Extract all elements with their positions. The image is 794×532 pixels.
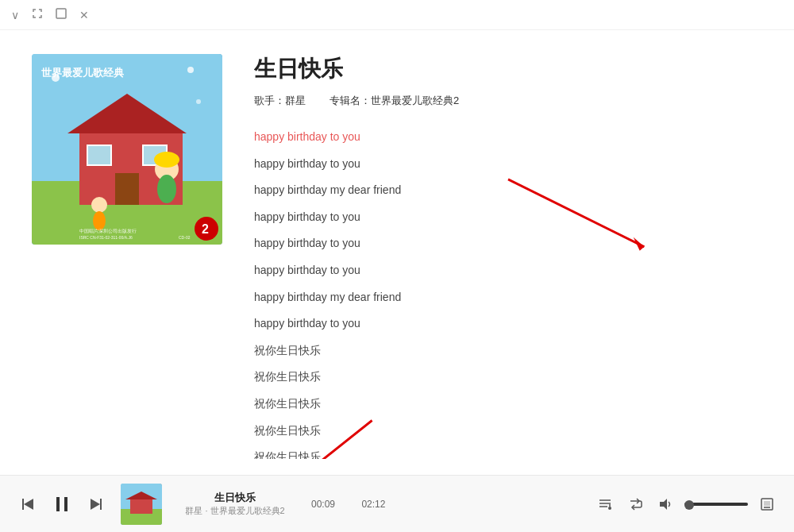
svg-point-12: [91, 197, 107, 213]
prev-button[interactable]: [16, 493, 38, 515]
svg-text:2: 2: [202, 222, 209, 236]
time-display: 00:09 02:12: [311, 499, 385, 510]
album-label: 专辑名：: [330, 94, 371, 106]
artist-label: 歌手：: [254, 94, 285, 106]
album-art: 世界最爱儿歌经典 2 中国唱片深圳公司出版发行 ISRC CN-F31-02-3…: [32, 54, 222, 245]
artist-value: 群星: [285, 94, 306, 106]
song-meta: 歌手：群星 专辑名：世界最爱儿歌经典2: [254, 94, 762, 108]
lyric-line-0: happy birthday to you: [254, 124, 757, 151]
lyric-line-7: happy birthday to you: [254, 310, 757, 337]
lyrics-container[interactable]: happy birthday to youhappy birthday to y…: [254, 124, 762, 459]
next-button[interactable]: [86, 493, 108, 515]
lyric-line-2: happy birthday my dear friend: [254, 177, 757, 204]
lyric-line-6: happy birthday my dear friend: [254, 284, 757, 311]
main-content: 世界最爱儿歌经典 2 中国唱片深圳公司出版发行 ISRC CN-F31-02-3…: [0, 30, 794, 475]
svg-rect-28: [56, 497, 60, 511]
svg-marker-31: [91, 499, 100, 510]
svg-marker-27: [24, 499, 33, 510]
playlist-button[interactable]: [594, 493, 616, 515]
volume-slider[interactable]: [684, 503, 748, 506]
lyric-line-10: 祝你生日快乐: [254, 391, 757, 418]
svg-rect-34: [130, 499, 152, 514]
total-time: 02:12: [361, 499, 385, 510]
mini-album-art: [121, 484, 162, 525]
album-value: 世界最爱儿歌经典2: [371, 94, 459, 106]
svg-point-10: [157, 175, 176, 203]
close-button[interactable]: ✕: [79, 9, 89, 21]
svg-text:CD-02: CD-02: [179, 235, 191, 240]
current-time: 00:09: [311, 499, 335, 510]
minimize-button[interactable]: ∨: [11, 9, 19, 21]
title-bar: ∨ ✕: [0, 0, 794, 30]
player-time-section: 00:09 02:12: [311, 499, 385, 510]
svg-point-39: [608, 507, 611, 510]
player-right-controls: [594, 493, 778, 515]
album-meta: 专辑名：世界最爱儿歌经典2: [330, 94, 459, 108]
lyric-line-12: 祝你生日快乐: [254, 444, 757, 459]
svg-rect-43: [764, 501, 770, 506]
volume-button[interactable]: [654, 493, 676, 515]
lyric-line-1: happy birthday to you: [254, 151, 757, 178]
loop-button[interactable]: [624, 493, 646, 515]
lyric-line-9: 祝你生日快乐: [254, 364, 757, 391]
player-song-info: 生日快乐 群星 · 世界最爱儿歌经典2: [172, 491, 299, 517]
lyric-line-11: 祝你生日快乐: [254, 418, 757, 445]
svg-point-11: [154, 152, 179, 168]
expand-button[interactable]: [32, 8, 43, 21]
album-section: 世界最爱儿歌经典 2 中国唱片深圳公司出版发行 ISRC CN-F31-02-3…: [32, 54, 222, 459]
svg-point-17: [187, 67, 194, 73]
artist-meta: 歌手：群星: [254, 94, 306, 108]
player-song-artist: 群星 · 世界最爱儿歌经典2: [185, 505, 284, 517]
player-song-title: 生日快乐: [214, 491, 256, 505]
lyric-line-8: 祝你生日快乐: [254, 337, 757, 364]
svg-rect-29: [64, 497, 67, 511]
fullscreen-button[interactable]: [56, 8, 67, 21]
svg-marker-26: [22, 499, 24, 510]
svg-rect-5: [115, 173, 139, 205]
info-section: 生日快乐 歌手：群星 专辑名：世界最爱儿歌经典2 happy birthday …: [254, 54, 762, 459]
svg-point-13: [93, 211, 106, 230]
svg-rect-0: [56, 9, 66, 18]
svg-point-18: [196, 99, 201, 104]
mini-player-button[interactable]: [756, 493, 778, 515]
lyric-line-4: happy birthday to you: [254, 230, 757, 257]
song-title: 生日快乐: [254, 54, 762, 84]
lyric-line-3: happy birthday to you: [254, 204, 757, 231]
svg-marker-30: [100, 499, 102, 510]
pause-button[interactable]: [49, 492, 75, 517]
svg-rect-6: [87, 145, 111, 165]
svg-text:中国唱片深圳公司出版发行: 中国唱片深圳公司出版发行: [79, 229, 137, 233]
svg-marker-41: [660, 499, 667, 510]
svg-text:ISRC CN-F31-02-311-00/A.J6: ISRC CN-F31-02-311-00/A.J6: [79, 235, 133, 240]
player-controls: [16, 492, 108, 517]
svg-point-16: [52, 74, 60, 82]
player-bar: 生日快乐 群星 · 世界最爱儿歌经典2 00:09 02:12: [0, 475, 794, 532]
lyric-line-5: happy birthday to you: [254, 257, 757, 284]
